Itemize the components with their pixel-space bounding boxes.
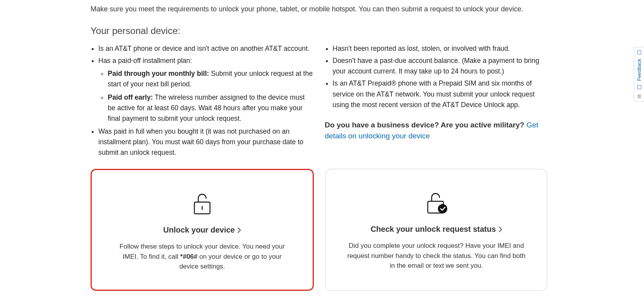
feedback-h-icon: H [638,93,641,98]
card-desc: Did you complete your unlock request? Ha… [347,241,526,271]
business-military-callout: Do you have a business device? Are you a… [325,120,547,142]
req-bold: Paid off early: [108,93,153,101]
req-item: Is an AT&T Prepaid® phone with a Prepaid… [333,78,547,110]
card-title-link[interactable]: Check your unlock request status [370,225,502,234]
business-question: Do you have a business device? Are you a… [325,121,527,129]
feedback-tab[interactable]: Feedback H [634,47,644,102]
chevron-right-icon [237,227,241,233]
req-bold: Paid through your monthly bill: [108,70,209,77]
req-text: Has a paid-off installment plan: [98,57,192,64]
feedback-label: Feedback [636,59,642,81]
intro-text: Make sure you meet the requirements to u… [91,0,547,14]
unlock-icon [191,190,213,218]
feedback-handle-icon [637,85,641,89]
card-title-link[interactable]: Unlock your device [163,226,241,235]
unlock-status-icon [424,189,449,217]
card-title-text: Unlock your device [163,226,235,235]
card-title-text: Check your unlock request status [370,225,496,234]
req-item: Was paid in full when you bought it (it … [98,126,313,158]
req-subitem: Paid off early: The wireless number assi… [108,92,313,124]
req-subitem: Paid through your monthly bill: Submit y… [108,68,313,90]
feedback-handle-icon [637,50,641,54]
section-title: Your personal device: [91,25,547,36]
svg-point-3 [438,204,447,213]
req-item: Doesn't have a past-due account balance.… [333,56,547,77]
check-status-card[interactable]: Check your unlock request status Did you… [326,169,547,291]
req-item: Has a paid-off installment plan: Paid th… [98,56,313,124]
unlock-device-card[interactable]: Unlock your device Follow these steps to… [91,169,314,291]
imei-code: *#06# [180,253,197,260]
req-item: Hasn't been reported as lost, stolen, or… [333,43,547,54]
requirements-right: Hasn't been reported as lost, stolen, or… [325,43,547,159]
requirements-left: Is an AT&T phone or device and isn't act… [91,43,313,159]
card-desc: Follow these steps to unlock your device… [112,242,292,272]
req-item: Is an AT&T phone or device and isn't act… [98,43,313,54]
chevron-right-icon [498,227,502,232]
